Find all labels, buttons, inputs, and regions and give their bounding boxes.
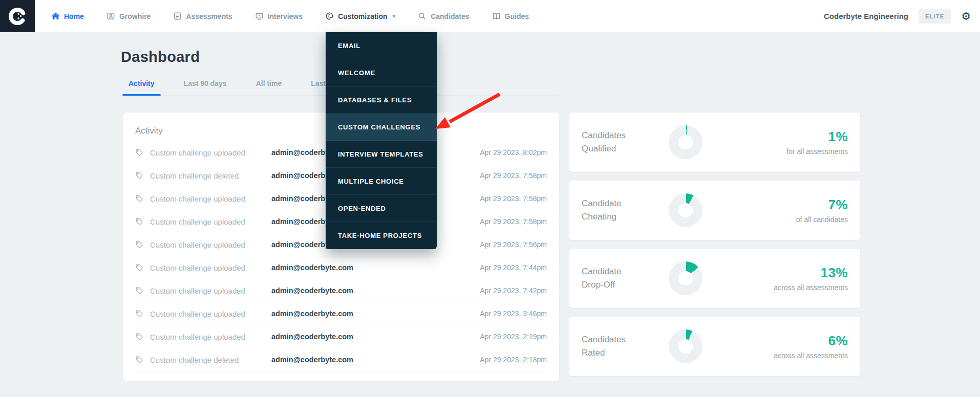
stat-card-candidate-cheating: CandidateCheating7%of all candidates	[569, 181, 860, 240]
stat-percent: 1%	[786, 129, 848, 145]
event-timestamp: Apr 29 2023, 8:02pm	[480, 148, 547, 157]
customization-icon	[325, 12, 334, 20]
top-navigation-bar: HomeGrowhireAssessmentsInterviewsCustomi…	[0, 0, 980, 32]
event-label: Custom challenge uploaded	[150, 310, 245, 318]
menu-item-multiple-choice[interactable]: MULTIPLE CHOICE	[326, 168, 437, 195]
stat-caption: for all assessments	[786, 147, 848, 156]
gear-icon[interactable]: ⚙	[961, 11, 971, 21]
nav-item-label: Assessments	[186, 12, 232, 20]
tab-all-time[interactable]: All time	[250, 79, 288, 95]
nav-right-cluster: Coderbyte Engineering ELITE ⚙	[824, 9, 980, 24]
menu-item-welcome[interactable]: WELCOME	[326, 59, 437, 86]
table-row: Custom challenge deletedadmin@coderbyte.…	[135, 348, 547, 371]
nav-item-assessments[interactable]: Assessments	[173, 12, 232, 20]
nav-item-label: Home	[64, 12, 84, 20]
plan-badge: ELITE	[919, 9, 951, 24]
stat-percent: 6%	[774, 333, 848, 349]
event-label: Custom challenge uploaded	[150, 217, 245, 226]
tab-activity[interactable]: Activity	[122, 79, 161, 95]
event-timestamp: Apr 29 2023, 7:58pm	[480, 217, 547, 226]
event-user: admin@coderbyte.com	[271, 333, 480, 341]
nav-item-home[interactable]: Home	[51, 12, 84, 20]
interviews-icon	[255, 12, 264, 20]
event-timestamp: Apr 29 2023, 7:58pm	[480, 194, 547, 203]
nav-item-label: Interviews	[268, 12, 303, 20]
growhire-icon	[106, 12, 115, 20]
nav-item-customization[interactable]: Customization▾	[325, 12, 395, 20]
stat-caption: across all assessments	[774, 351, 848, 360]
menu-item-open-ended[interactable]: OPEN-ENDED	[326, 195, 437, 222]
event-user: admin@coderbyte.com	[271, 286, 480, 295]
coderbyte-logo-mark	[7, 6, 28, 27]
tag-icon	[135, 356, 143, 364]
menu-item-databases-files[interactable]: DATABASES & FILES	[326, 86, 437, 114]
nav-item-guides[interactable]: Guides	[492, 12, 529, 20]
menu-item-interview-templates[interactable]: INTERVIEW TEMPLATES	[326, 141, 437, 168]
event-user: admin@coderbyte.com	[271, 310, 480, 318]
candidates-icon	[418, 12, 427, 20]
menu-item-custom-challenges[interactable]: CUSTOM CHALLENGES	[326, 114, 437, 141]
tag-icon	[135, 333, 143, 341]
donut-chart	[669, 329, 702, 363]
caret-down-icon: ▾	[393, 13, 396, 19]
tag-icon	[135, 171, 143, 180]
event-timestamp: Apr 29 2023, 2:18pm	[480, 356, 547, 364]
tag-icon	[135, 194, 143, 203]
stat-card-candidates-rated: CandidatesRated6%across all assessments	[569, 317, 860, 376]
event-timestamp: Apr 29 2023, 7:44pm	[480, 263, 547, 272]
coderbyte-logo[interactable]	[0, 0, 35, 32]
stat-card-candidate-drop-off: CandidateDrop-Off13%across all assessmen…	[569, 249, 860, 308]
home-icon	[51, 12, 60, 20]
tag-icon	[135, 286, 143, 295]
event-timestamp: Apr 29 2023, 2:19pm	[480, 333, 547, 341]
guides-icon	[492, 12, 501, 20]
event-label: Custom challenge uploaded	[150, 286, 245, 295]
stat-label: CandidateCheating	[582, 197, 648, 224]
event-label: Custom challenge uploaded	[150, 194, 245, 203]
stat-caption: across all assessments	[774, 283, 848, 292]
tag-icon	[135, 310, 143, 318]
table-row: Custom challenge uploadedadmin@coderbyte…	[135, 302, 547, 325]
event-label: Custom challenge deleted	[150, 171, 239, 180]
customization-dropdown-menu: EMAILWELCOMEDATABASES & FILESCUSTOM CHAL…	[326, 32, 437, 249]
primary-nav: HomeGrowhireAssessmentsInterviewsCustomi…	[51, 12, 529, 20]
event-timestamp: Apr 29 2023, 7:56pm	[480, 240, 547, 249]
assessments-icon	[173, 12, 182, 20]
stat-card-candidates-qualified: CandidatesQualified1%for all assessments	[569, 113, 860, 172]
stat-label: CandidatesQualified	[582, 129, 648, 156]
table-row: Custom challenge uploadedadmin@coderbyte…	[135, 325, 547, 348]
nav-item-label: Customization	[338, 12, 387, 20]
nav-item-label: Candidates	[431, 12, 469, 20]
event-label: Custom challenge deleted	[150, 356, 239, 364]
stat-caption: of all candidates	[796, 215, 848, 224]
donut-chart	[669, 125, 702, 159]
tag-icon	[135, 263, 143, 272]
event-label: Custom challenge uploaded	[150, 263, 245, 272]
stats-column: CandidatesQualified1%for all assessments…	[569, 113, 860, 381]
menu-item-email[interactable]: EMAIL	[326, 32, 437, 59]
event-timestamp: Apr 29 2023, 7:58pm	[480, 171, 547, 180]
stat-label: CandidateDrop-Off	[582, 265, 648, 292]
event-label: Custom challenge uploaded	[150, 148, 245, 157]
main-content: Activity Custom challenge uploadedadmin@…	[123, 113, 980, 381]
nav-item-label: Guides	[505, 12, 529, 20]
stat-label: CandidatesRated	[582, 333, 648, 360]
tag-icon	[135, 148, 143, 157]
nav-item-interviews[interactable]: Interviews	[255, 12, 303, 20]
nav-item-candidates[interactable]: Candidates	[418, 12, 469, 20]
donut-chart	[669, 193, 702, 227]
event-label: Custom challenge uploaded	[150, 333, 245, 341]
menu-item-take-home-projects[interactable]: TAKE-HOME PROJECTS	[326, 222, 437, 249]
event-timestamp: Apr 29 2023, 7:42pm	[480, 286, 547, 295]
table-row: Custom challenge uploadedadmin@coderbyte…	[135, 279, 547, 302]
tag-icon	[135, 240, 143, 249]
table-row: Custom challenge uploadedadmin@coderbyte…	[135, 256, 547, 279]
nav-item-growhire[interactable]: Growhire	[106, 12, 151, 20]
account-name[interactable]: Coderbyte Engineering	[824, 12, 908, 20]
event-user: admin@coderbyte.com	[271, 263, 480, 272]
nav-item-label: Growhire	[119, 12, 151, 20]
tab-last-90-days[interactable]: Last 90 days	[178, 79, 233, 95]
tag-icon	[135, 217, 143, 226]
donut-chart	[669, 261, 702, 295]
event-user: admin@coderbyte.com	[271, 356, 480, 364]
